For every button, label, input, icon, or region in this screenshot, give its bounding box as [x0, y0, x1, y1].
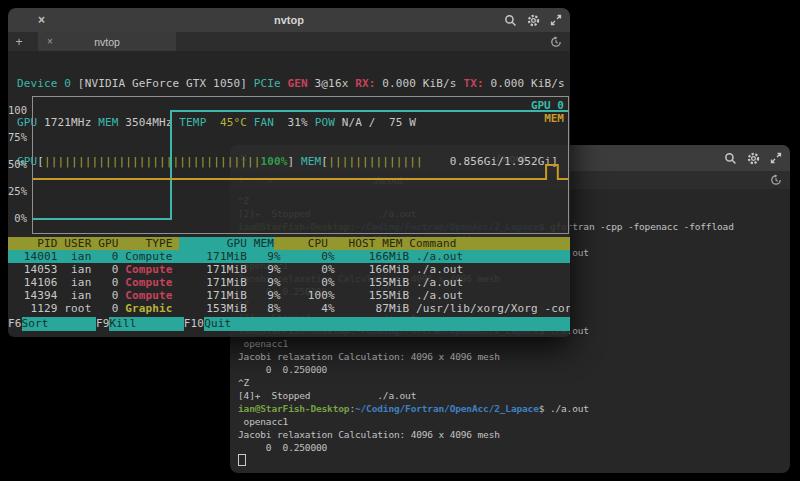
terminal-line — [238, 454, 790, 467]
y-tick-label: 0% — [14, 212, 27, 224]
terminal-line: openacc1 — [238, 415, 790, 428]
fkey-bar: F6Sort F9Kill F10Quit — [8, 317, 570, 331]
terminal-line: Jacobi relaxation Calculation: 4096 x 40… — [238, 350, 790, 363]
terminal-line: 0 0.250000 — [238, 441, 790, 454]
fkey-action-quit[interactable]: Quit — [204, 317, 570, 331]
gear-icon[interactable] — [527, 14, 540, 27]
nvtop-tab[interactable]: × nvtop — [38, 32, 176, 51]
y-tick-label: 25% — [8, 185, 27, 197]
fg-window-title: nvtop — [68, 8, 510, 32]
fg-tab-label: nvtop — [94, 36, 120, 48]
device-line: Device 0 [NVIDIA GeForce GTX 1050] PCIe … — [17, 77, 570, 90]
process-table: PID USER GPU TYPE GPU MEM CPU HOST MEM C… — [8, 237, 570, 315]
fkey-label: F6 — [8, 317, 22, 331]
table-row[interactable]: 14001 ian 0 Compute 171MiB 9% 0% 166MiB … — [8, 250, 570, 263]
fkey-label: F9 — [96, 317, 110, 331]
table-header: PID USER GPU TYPE GPU MEM CPU HOST MEM C… — [8, 237, 570, 250]
terminal-line: ian@StarFish-Desktop:~/Coding/Fortran/Op… — [238, 402, 790, 415]
fkey-action-sort[interactable]: Sort — [22, 317, 96, 331]
fkey-label: F10 — [184, 317, 204, 331]
chart-series-gpu-0 — [33, 111, 568, 219]
history-icon[interactable] — [550, 36, 562, 48]
history-icon[interactable] — [770, 174, 782, 186]
fg-tabbar: + × nvtop — [8, 32, 570, 51]
fg-titlebar[interactable]: × nvtop — [8, 8, 570, 32]
gear-icon[interactable] — [747, 152, 760, 165]
table-row[interactable]: 1129 root 0 Graphic 153MiB 8% 4% 87MiB /… — [8, 302, 570, 315]
terminal-cursor — [238, 454, 246, 466]
fullscreen-icon[interactable] — [550, 14, 562, 26]
table-row[interactable]: 14106 ian 0 Compute 171MiB 9% 0% 155MiB … — [8, 276, 570, 289]
terminal-line: ^Z — [238, 376, 790, 389]
chart-series-mem — [33, 165, 568, 179]
close-window-icon[interactable]: × — [38, 8, 45, 32]
nvtop-terminal-window[interactable]: × nvtop + × nvtop Device 0 [NVIDIA GeFor… — [8, 8, 570, 337]
search-icon[interactable] — [504, 14, 517, 27]
legend-gpu-0: GPU 0 — [531, 99, 564, 112]
legend-mem: MEM — [544, 112, 564, 125]
fkey-action-kill[interactable]: Kill — [109, 317, 183, 331]
terminal-line: Jacobi relaxation Calculation: 4096 x 40… — [238, 428, 790, 441]
utilization-chart: GPU 0MEM — [32, 96, 569, 234]
fullscreen-icon[interactable] — [770, 152, 782, 164]
terminal-line: 0 0.250000 — [238, 363, 790, 376]
terminal-line: openacc1 — [238, 337, 790, 350]
y-tick-label: 75% — [8, 131, 27, 143]
y-tick-label: 50% — [8, 158, 27, 170]
new-tab-button[interactable]: + — [8, 35, 30, 49]
table-row[interactable]: 14394 ian 0 Compute 171MiB 9% 100% 155Mi… — [8, 289, 570, 302]
terminal-line: [4]+ Stopped ./a.out — [238, 389, 790, 402]
table-row[interactable]: 14053 ian 0 Compute 171MiB 9% 0% 166MiB … — [8, 263, 570, 276]
search-icon[interactable] — [724, 152, 737, 165]
close-tab-icon[interactable]: × — [47, 36, 53, 47]
y-tick-label: 100 — [8, 104, 27, 116]
chart-y-axis: 10075%50%25%0% — [8, 96, 29, 232]
